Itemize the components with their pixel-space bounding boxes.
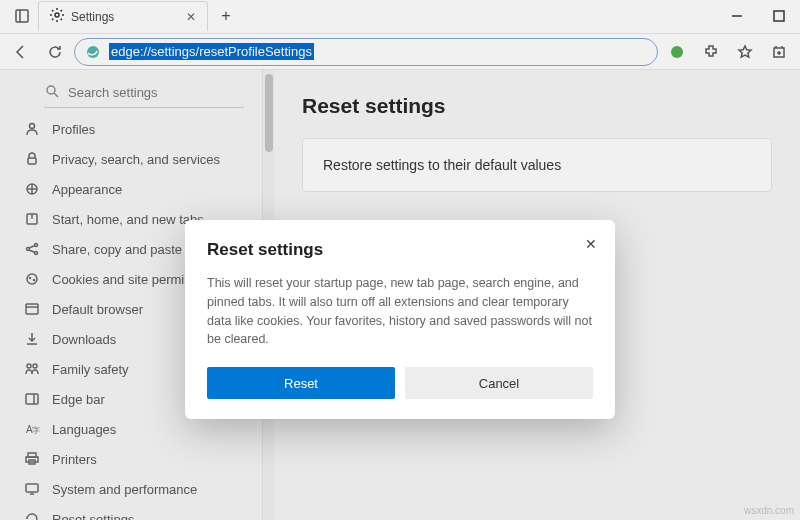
watermark: wsxdn.com (744, 505, 794, 516)
reset-dialog: ✕ Reset settings This will reset your st… (185, 220, 615, 419)
dialog-body: This will reset your startup page, new t… (207, 274, 593, 349)
dialog-buttons: Reset Cancel (207, 367, 593, 399)
reset-button[interactable]: Reset (207, 367, 395, 399)
modal-overlay: ✕ Reset settings This will reset your st… (0, 0, 800, 520)
dialog-close-button[interactable]: ✕ (581, 234, 601, 254)
dialog-title: Reset settings (207, 240, 593, 260)
cancel-button[interactable]: Cancel (405, 367, 593, 399)
